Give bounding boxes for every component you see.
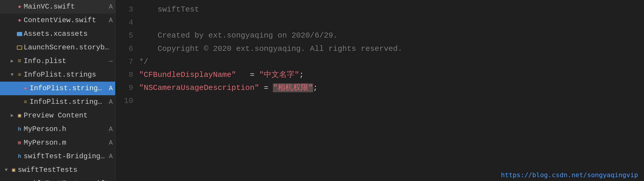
sidebar-item-swifttests-swift[interactable]: ◆swiftTestTests.swift xyxy=(0,177,115,181)
file-badge: A xyxy=(109,152,113,161)
filename-label: ContentView.swift xyxy=(24,15,106,26)
line-number: 3 xyxy=(115,3,133,16)
line-number: 7 xyxy=(115,55,133,68)
code-key: "NSCameraUsageDescription" xyxy=(139,83,259,92)
file-type-icon: ◆ xyxy=(15,4,24,10)
file-badge: A xyxy=(109,125,113,134)
filename-label: InfoPlist.strings xyxy=(24,70,110,80)
filename-label: MyPerson.h xyxy=(24,124,106,135)
filename-label: LaunchScreen.storyboard xyxy=(24,42,110,53)
code-line xyxy=(139,16,644,29)
sidebar-item-infopliststrings-simplified[interactable]: ◆InfoPlist.string...se, Simplified)A xyxy=(0,82,115,95)
file-badge: — xyxy=(109,56,113,66)
code-line: Created by ext.songyaqing on 2020/6/29. xyxy=(139,29,644,42)
file-type-icon xyxy=(15,45,24,51)
line-number: 5 xyxy=(115,29,133,42)
expand-arrow-icon: ▼ xyxy=(3,167,9,174)
code-content: 345678910 swiftTest Created by ext.songy… xyxy=(115,0,644,181)
filename-label: swiftTest-Bridging-Header.h xyxy=(24,151,106,162)
filename-label: InfoPlist.strings (English) xyxy=(30,97,106,107)
filename-label: swiftTestTests xyxy=(18,165,110,175)
line-number: 9 xyxy=(115,81,133,94)
sidebar-item-myperson-h[interactable]: hMyPerson.hA xyxy=(0,122,115,136)
sidebar-item-myperson-m[interactable]: mMyPerson.mA xyxy=(0,136,115,150)
file-type-icon: h xyxy=(15,153,24,159)
file-type-icon: ≡ xyxy=(15,72,24,78)
filename-label: Assets.xcassets xyxy=(24,29,110,39)
file-type-icon: ◆ xyxy=(21,85,30,91)
sidebar-item-swifttesttests[interactable]: ▼▣swiftTestTests xyxy=(0,163,115,177)
line-number: 4 xyxy=(115,16,133,29)
file-type-icon: h xyxy=(15,126,24,132)
file-badge: A xyxy=(109,97,113,107)
file-type-icon: m xyxy=(15,140,24,146)
code-value: "中文名字" xyxy=(259,70,299,79)
filename-label: Info.plist xyxy=(24,56,106,67)
sidebar-item-infopliststrings-english[interactable]: ≡InfoPlist.strings (English)A xyxy=(0,95,115,109)
code-comment: Copyright © 2020 ext.songyaqing. All rig… xyxy=(139,44,402,53)
code-comment: */ xyxy=(139,57,148,66)
code-value-highlighted: "相机权限" xyxy=(273,83,313,92)
sidebar-item-preview[interactable]: ▶▣Preview Content xyxy=(0,109,115,122)
file-type-icon: ▣ xyxy=(9,167,18,173)
line-number: 6 xyxy=(115,42,133,55)
code-line: Copyright © 2020 ext.songyaqing. All rig… xyxy=(139,42,644,55)
file-type-icon: ≡ xyxy=(15,58,24,64)
file-type-icon: ▣ xyxy=(15,113,24,119)
line-numbers: 345678910 xyxy=(115,3,139,178)
file-type-icon: ≡ xyxy=(21,99,30,105)
filename-label: MainVC.swift xyxy=(24,1,106,12)
code-line: "CFBundleDisplayName" = "中文名字"; xyxy=(139,68,644,81)
file-badge: A xyxy=(109,2,113,12)
file-badge: A xyxy=(109,138,113,148)
expand-arrow-icon: ▶ xyxy=(9,58,15,65)
sidebar-item-infoplist[interactable]: ▶≡Info.plist— xyxy=(0,54,115,68)
code-operator: = xyxy=(236,70,259,79)
sidebar-item-infopliststrings[interactable]: ▼≡InfoPlist.strings xyxy=(0,68,115,82)
filename-label: swiftTestTests.swift xyxy=(24,178,110,181)
code-line xyxy=(139,94,644,107)
file-type-icon: ◆ xyxy=(15,17,24,23)
file-badge: A xyxy=(109,84,113,93)
sidebar-item-assets[interactable]: Assets.xcassets xyxy=(0,27,115,41)
filename-label: MyPerson.m xyxy=(24,138,106,148)
code-line: "NSCameraUsageDescription" = "相机权限"; xyxy=(139,81,644,94)
code-key: "CFBundleDisplayName" xyxy=(139,70,236,79)
code-line: swiftTest xyxy=(139,3,644,16)
filename-label: InfoPlist.string...se, Simplified) xyxy=(30,83,106,94)
sidebar-item-launchscreen[interactable]: LaunchScreen.storyboard xyxy=(0,41,115,54)
code-comment: swiftTest xyxy=(139,5,199,14)
line-number: 10 xyxy=(115,94,133,107)
expand-arrow-icon: ▶ xyxy=(9,112,15,119)
code-comment: Created by ext.songyaqing on 2020/6/29. xyxy=(139,31,338,40)
sidebar-item-bridging[interactable]: hswiftTest-Bridging-Header.hA xyxy=(0,150,115,163)
expand-arrow-icon: ▼ xyxy=(9,71,15,78)
file-type-icon xyxy=(15,31,24,37)
line-number: 8 xyxy=(115,68,133,81)
code-editor: 345678910 swiftTest Created by ext.songy… xyxy=(115,0,644,181)
file-badge: A xyxy=(109,16,113,25)
file-navigator: ◆MainVC.swiftA◆ContentView.swiftAAssets.… xyxy=(0,0,115,181)
url-bar: https://blog.csdn.net/songyaqingvip xyxy=(501,171,638,179)
code-semicolon: ; xyxy=(313,83,318,92)
code-operator: = xyxy=(259,83,273,92)
sidebar-item-mainvc[interactable]: ◆MainVC.swiftA xyxy=(0,0,115,14)
code-lines: swiftTest Created by ext.songyaqing on 2… xyxy=(139,3,644,178)
code-line: */ xyxy=(139,55,644,68)
filename-label: Preview Content xyxy=(24,110,110,121)
code-semicolon: ; xyxy=(299,70,304,79)
sidebar-item-contentview[interactable]: ◆ContentView.swiftA xyxy=(0,14,115,27)
